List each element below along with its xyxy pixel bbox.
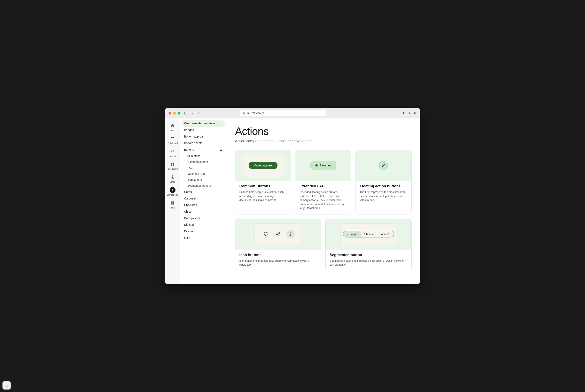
styles-icon	[170, 174, 176, 180]
sidebar-item-components-overview[interactable]: Components overview	[182, 120, 225, 127]
card-info-segmented: Segmented button Segmented buttons help …	[326, 250, 411, 271]
svg-point-8	[279, 235, 280, 236]
sidebar-item-divider[interactable]: Divider	[180, 228, 226, 234]
svg-point-12	[290, 234, 291, 234]
sidebar-item-badges[interactable]: Badges	[180, 127, 226, 133]
svg-rect-0	[171, 163, 172, 164]
sidebar-item-chips[interactable]: Chips	[180, 208, 226, 215]
maximize-button[interactable]	[178, 112, 180, 114]
sidebar-item-icon-buttons[interactable]: Icon buttons	[180, 177, 226, 183]
sidebar-item-dialogs[interactable]: Dialogs	[180, 222, 226, 228]
sidebar-item-develop[interactable]: Develop	[166, 147, 179, 159]
close-button[interactable]	[168, 112, 172, 114]
card-segmented-button[interactable]: ✓ Songs Albums Podcasts Segmented button…	[325, 218, 412, 271]
card-title-icon-buttons: Icon buttons	[239, 253, 317, 257]
card-info-fab: Floating action buttons The FAB represen…	[356, 181, 411, 206]
sidebar-item-get-started[interactable]: Get started	[166, 134, 179, 146]
card-desc-icon-buttons: Icon buttons help people take supplement…	[239, 259, 317, 267]
get-started-label: Get started	[168, 142, 178, 144]
sidebar-item-carousel[interactable]: Carousel	[180, 195, 226, 202]
make-payment-preview-button: Make payment	[249, 162, 278, 169]
get-started-icon	[170, 136, 176, 141]
home-label: Home	[170, 129, 175, 131]
develop-label: Develop	[169, 155, 176, 157]
sidebar-item-foundations[interactable]: Foundations	[166, 160, 179, 172]
svg-point-11	[290, 232, 291, 233]
foundations-icon	[170, 161, 176, 167]
svg-line-9	[278, 234, 279, 235]
card-info-extended-fab: Extended FAB Extended floating action bu…	[295, 181, 351, 214]
tabs-button[interactable]: ⧉	[414, 111, 416, 115]
sidebar-item-date-pickers[interactable]: Date pickers	[180, 215, 226, 222]
traffic-lights	[168, 112, 180, 114]
sidebar-toggle-button[interactable]: ⊟	[183, 110, 188, 116]
fab-preview-circle	[379, 161, 388, 170]
text-sidebar: Components overview Badges Bottom app ba…	[180, 118, 227, 284]
sidebar-item-lists[interactable]: Lists	[180, 234, 226, 241]
blog-label: Blog	[170, 207, 174, 209]
sidebar-item-all-buttons[interactable]: All buttons	[180, 153, 226, 159]
styles-label: Styles	[170, 181, 175, 183]
sidebar-item-blog[interactable]: Blog	[166, 198, 179, 210]
sidebar-item-components[interactable]: Components	[166, 186, 179, 198]
svg-rect-1	[173, 163, 174, 164]
sidebar-item-buttons-expandable[interactable]: Buttons ▲	[180, 146, 226, 153]
address-bar[interactable]: 🔒 m3.material.io	[240, 110, 326, 116]
card-desc-fab: The FAB represents the most important ac…	[360, 190, 407, 202]
security-icon: 🔒	[242, 112, 246, 114]
browser-body: Home Get started Develop Foundations	[165, 118, 420, 284]
card-icon-buttons[interactable]: Icon buttons Icon buttons help people ta…	[235, 218, 321, 271]
card-preview-icon-buttons	[235, 219, 321, 250]
segmented-button-preview: ✓ Songs Albums Podcasts	[343, 231, 394, 238]
checkmark-icon: ✓	[346, 232, 350, 236]
new-tab-button[interactable]: ＋	[408, 110, 411, 116]
blog-icon	[170, 200, 176, 206]
browser-toolbar-right: ⬆ ＋ ⧉	[402, 110, 416, 116]
card-desc-extended-fab: Extended floating action buttons (extend…	[300, 190, 347, 210]
sidebar-item-cards[interactable]: Cards	[180, 188, 226, 195]
card-preview-common-buttons: Make payment	[235, 150, 291, 181]
card-title-segmented: Segmented button	[330, 253, 407, 257]
page-title: Actions	[235, 125, 412, 137]
sidebar-item-bottom-app-bar[interactable]: Bottom app bar	[180, 133, 226, 140]
url-text: m3.material.io	[247, 112, 264, 114]
sidebar-item-checkbox[interactable]: Checkbox	[180, 202, 226, 208]
sidebar-item-styles[interactable]: Styles	[166, 172, 179, 185]
card-title-fab: Floating action buttons	[360, 184, 407, 188]
card-info-icon-buttons: Icon buttons Icon buttons help people ta…	[235, 250, 321, 271]
card-desc-segmented: Segmented buttons help people select opt…	[330, 259, 407, 267]
card-extended-fab[interactable]: New task Extended FAB Extended floating …	[295, 150, 351, 214]
page-subtitle: Action components help people achieve an…	[235, 139, 412, 143]
buttons-label: Buttons	[184, 148, 194, 151]
sidebar-item-fab[interactable]: FAB	[180, 165, 226, 171]
card-title-extended-fab: Extended FAB	[300, 184, 347, 188]
card-preview-segmented: ✓ Songs Albums Podcasts	[326, 219, 411, 250]
forward-button[interactable]: ›	[197, 110, 200, 116]
back-button[interactable]: ‹	[191, 110, 194, 116]
new-task-label: New task	[320, 164, 332, 167]
sidebar-item-common-buttons[interactable]: Common buttons	[180, 159, 226, 165]
icon-nav: Home Get started Develop Foundations	[165, 118, 180, 284]
extended-fab-preview: New task	[310, 161, 336, 170]
card-fab[interactable]: Floating action buttons The FAB represen…	[356, 150, 412, 214]
sidebar-item-segmented-buttons[interactable]: Segmented buttons	[180, 183, 226, 188]
sidebar-item-extended-fab[interactable]: Extended FAB	[180, 171, 226, 177]
expand-icon: ▲	[220, 148, 222, 151]
card-common-buttons[interactable]: Make payment Common Buttons Buttons help…	[235, 150, 291, 214]
minimize-button[interactable]	[173, 112, 176, 114]
sidebar-item-bottom-sheets[interactable]: Bottom sheets	[180, 140, 226, 146]
plus-icon	[315, 164, 318, 167]
svg-line-10	[278, 233, 279, 234]
more-icon-preview	[286, 230, 294, 238]
pencil-icon	[381, 163, 386, 168]
sidebar-item-home[interactable]: Home	[166, 121, 179, 133]
browser-chrome: ⊟ ‹ › 🔒 m3.material.io ⬆ ＋ ⧉	[165, 108, 420, 118]
svg-point-6	[279, 232, 280, 233]
seg-btn-songs: ✓ Songs	[343, 231, 361, 237]
develop-icon	[170, 148, 176, 154]
svg-rect-3	[173, 164, 174, 166]
svg-point-5	[172, 176, 173, 178]
card-title-common-buttons: Common Buttons	[239, 184, 287, 188]
share-button[interactable]: ⬆	[402, 111, 405, 115]
components-label: Components	[167, 194, 178, 196]
